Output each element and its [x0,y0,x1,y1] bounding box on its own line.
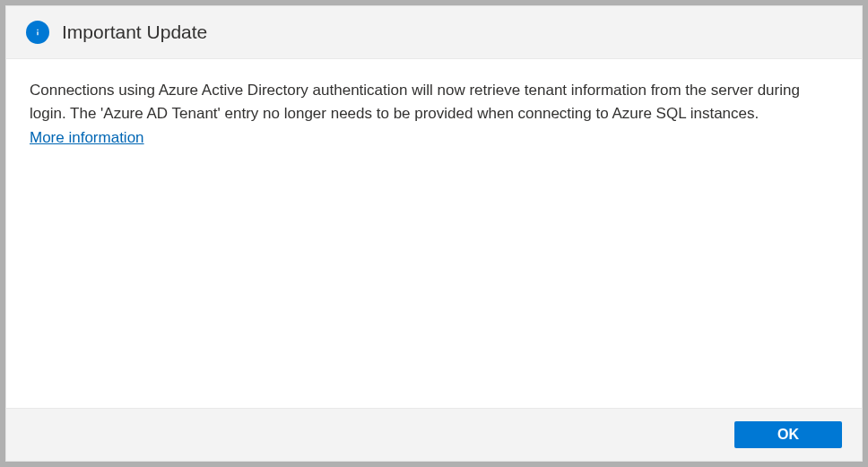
info-icon [26,21,49,44]
more-information-link[interactable]: More information [30,126,144,150]
dialog-content: Connections using Azure Active Directory… [6,59,862,408]
update-dialog: Important Update Connections using Azure… [5,5,863,462]
dialog-footer: OK [6,408,862,461]
ok-button[interactable]: OK [734,421,842,448]
dialog-title: Important Update [62,22,207,43]
dialog-body-text: Connections using Azure Active Directory… [30,79,838,126]
dialog-header: Important Update [6,6,862,59]
